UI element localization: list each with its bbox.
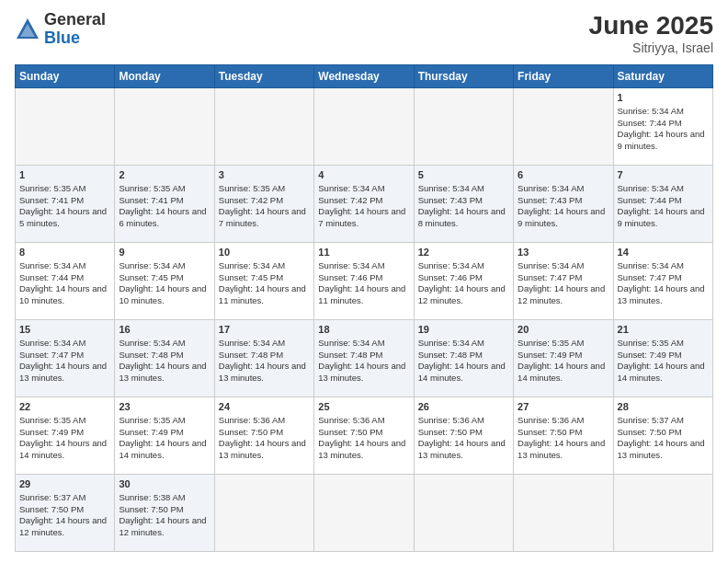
sunrise-text: Sunrise: 5:35 AM bbox=[119, 415, 185, 425]
day-number: 7 bbox=[618, 168, 709, 182]
day-number: 6 bbox=[518, 168, 609, 182]
sunrise-text: Sunrise: 5:34 AM bbox=[518, 183, 584, 193]
sunrise-text: Sunrise: 5:36 AM bbox=[318, 415, 384, 425]
calendar-cell: 2Sunrise: 5:35 AMSunset: 7:41 PMDaylight… bbox=[115, 166, 214, 243]
daylight-text: Daylight: 14 hours and 12 minutes. bbox=[418, 283, 506, 305]
calendar-cell: 18Sunrise: 5:34 AMSunset: 7:48 PMDayligh… bbox=[314, 320, 414, 397]
calendar-table: SundayMondayTuesdayWednesdayThursdayFrid… bbox=[15, 64, 713, 552]
day-number: 20 bbox=[518, 323, 609, 337]
calendar-cell: 22Sunrise: 5:35 AMSunset: 7:49 PMDayligh… bbox=[16, 397, 115, 475]
calendar-cell: 15Sunrise: 5:34 AMSunset: 7:47 PMDayligh… bbox=[16, 320, 115, 397]
sunrise-text: Sunrise: 5:34 AM bbox=[618, 183, 684, 193]
sunset-text: Sunset: 7:45 PM bbox=[219, 272, 283, 282]
calendar-cell bbox=[414, 88, 513, 166]
header: General Blue June 2025 Sitriyya, Israel bbox=[15, 11, 713, 55]
daylight-text: Daylight: 14 hours and 11 minutes. bbox=[318, 283, 405, 305]
calendar-cell: 9Sunrise: 5:34 AMSunset: 7:45 PMDaylight… bbox=[115, 243, 214, 320]
day-number: 9 bbox=[119, 246, 210, 259]
daylight-text: Daylight: 14 hours and 12 minutes. bbox=[518, 283, 605, 305]
day-number: 28 bbox=[618, 400, 709, 414]
sunset-text: Sunset: 7:47 PM bbox=[618, 272, 682, 282]
day-number: 15 bbox=[19, 323, 110, 337]
calendar-cell: 3Sunrise: 5:35 AMSunset: 7:42 PMDaylight… bbox=[214, 166, 313, 243]
calendar-cell bbox=[514, 475, 613, 552]
day-number: 29 bbox=[19, 477, 110, 491]
calendar-cell: 1Sunrise: 5:34 AMSunset: 7:44 PMDaylight… bbox=[613, 88, 712, 166]
sunset-text: Sunset: 7:47 PM bbox=[19, 350, 84, 360]
daylight-text: Daylight: 14 hours and 14 minutes. bbox=[518, 361, 605, 383]
day-header-wednesday: Wednesday bbox=[314, 65, 414, 88]
sunset-text: Sunset: 7:46 PM bbox=[318, 272, 382, 282]
sunrise-text: Sunrise: 5:35 AM bbox=[219, 183, 285, 193]
location: Sitriyya, Israel bbox=[589, 40, 713, 55]
sunset-text: Sunset: 7:50 PM bbox=[219, 427, 283, 437]
sunset-text: Sunset: 7:50 PM bbox=[518, 427, 582, 437]
calendar-cell: 14Sunrise: 5:34 AMSunset: 7:47 PMDayligh… bbox=[613, 243, 712, 320]
day-header-friday: Friday bbox=[514, 65, 613, 88]
calendar-cell: 17Sunrise: 5:34 AMSunset: 7:48 PMDayligh… bbox=[214, 320, 313, 397]
sunset-text: Sunset: 7:49 PM bbox=[19, 427, 84, 437]
calendar-cell: 16Sunrise: 5:34 AMSunset: 7:48 PMDayligh… bbox=[115, 320, 214, 397]
calendar-cell bbox=[314, 88, 414, 166]
sunrise-text: Sunrise: 5:35 AM bbox=[19, 183, 85, 193]
day-number: 30 bbox=[119, 477, 210, 491]
calendar-cell bbox=[613, 475, 712, 552]
calendar-cell: 20Sunrise: 5:35 AMSunset: 7:49 PMDayligh… bbox=[514, 320, 613, 397]
calendar-week-1: 1Sunrise: 5:35 AMSunset: 7:41 PMDaylight… bbox=[16, 166, 713, 243]
logo-blue-text: Blue bbox=[44, 29, 106, 48]
sunrise-text: Sunrise: 5:34 AM bbox=[418, 260, 484, 270]
daylight-text: Daylight: 14 hours and 14 minutes. bbox=[418, 361, 506, 383]
sunset-text: Sunset: 7:45 PM bbox=[119, 272, 183, 282]
logo-general-text: General bbox=[44, 11, 106, 29]
calendar-cell: 11Sunrise: 5:34 AMSunset: 7:46 PMDayligh… bbox=[314, 243, 414, 320]
day-number: 25 bbox=[318, 400, 409, 414]
day-number: 3 bbox=[219, 168, 310, 182]
sunrise-text: Sunrise: 5:35 AM bbox=[618, 338, 684, 348]
day-number: 12 bbox=[418, 246, 509, 259]
sunset-text: Sunset: 7:49 PM bbox=[119, 427, 183, 437]
day-number: 2 bbox=[119, 168, 210, 182]
daylight-text: Daylight: 14 hours and 10 minutes. bbox=[19, 283, 107, 305]
daylight-text: Daylight: 14 hours and 9 minutes. bbox=[618, 129, 705, 151]
calendar-body: 1Sunrise: 5:34 AMSunset: 7:44 PMDaylight… bbox=[16, 88, 713, 552]
calendar-cell: 8Sunrise: 5:34 AMSunset: 7:44 PMDaylight… bbox=[16, 243, 115, 320]
daylight-text: Daylight: 14 hours and 9 minutes. bbox=[618, 206, 705, 228]
calendar-cell bbox=[214, 88, 313, 166]
sunrise-text: Sunrise: 5:35 AM bbox=[518, 338, 584, 348]
calendar-cell bbox=[414, 475, 513, 552]
day-header-sunday: Sunday bbox=[16, 65, 115, 88]
day-number: 22 bbox=[19, 400, 110, 414]
calendar-cell bbox=[214, 475, 313, 552]
calendar-cell: 6Sunrise: 5:34 AMSunset: 7:43 PMDaylight… bbox=[514, 166, 613, 243]
sunrise-text: Sunrise: 5:34 AM bbox=[219, 260, 285, 270]
daylight-text: Daylight: 14 hours and 13 minutes. bbox=[518, 438, 605, 460]
logo-text: General Blue bbox=[44, 11, 106, 48]
title-block: June 2025 Sitriyya, Israel bbox=[589, 11, 713, 55]
sunrise-text: Sunrise: 5:34 AM bbox=[318, 260, 384, 270]
sunrise-text: Sunrise: 5:35 AM bbox=[119, 183, 185, 193]
sunrise-text: Sunrise: 5:34 AM bbox=[119, 260, 185, 270]
calendar-cell: 7Sunrise: 5:34 AMSunset: 7:44 PMDaylight… bbox=[613, 166, 712, 243]
daylight-text: Daylight: 14 hours and 13 minutes. bbox=[19, 361, 107, 383]
day-number: 1 bbox=[618, 91, 709, 105]
daylight-text: Daylight: 14 hours and 13 minutes. bbox=[418, 438, 506, 460]
sunset-text: Sunset: 7:47 PM bbox=[518, 272, 582, 282]
calendar-cell bbox=[314, 475, 414, 552]
calendar-cell: 1Sunrise: 5:35 AMSunset: 7:41 PMDaylight… bbox=[16, 166, 115, 243]
sunset-text: Sunset: 7:42 PM bbox=[219, 195, 283, 205]
day-number: 27 bbox=[518, 400, 609, 414]
calendar-cell: 5Sunrise: 5:34 AMSunset: 7:43 PMDaylight… bbox=[414, 166, 513, 243]
sunrise-text: Sunrise: 5:34 AM bbox=[219, 338, 285, 348]
calendar-week-0: 1Sunrise: 5:34 AMSunset: 7:44 PMDaylight… bbox=[16, 88, 713, 166]
sunrise-text: Sunrise: 5:37 AM bbox=[19, 492, 85, 502]
calendar-cell bbox=[115, 88, 214, 166]
page: General Blue June 2025 Sitriyya, Israel … bbox=[0, 0, 728, 563]
daylight-text: Daylight: 14 hours and 13 minutes. bbox=[119, 361, 206, 383]
sunset-text: Sunset: 7:49 PM bbox=[618, 350, 682, 360]
sunrise-text: Sunrise: 5:34 AM bbox=[318, 338, 384, 348]
sunrise-text: Sunrise: 5:34 AM bbox=[418, 338, 484, 348]
sunrise-text: Sunrise: 5:34 AM bbox=[418, 183, 484, 193]
daylight-text: Daylight: 14 hours and 14 minutes. bbox=[618, 361, 705, 383]
calendar-cell: 24Sunrise: 5:36 AMSunset: 7:50 PMDayligh… bbox=[214, 397, 313, 475]
calendar-cell: 26Sunrise: 5:36 AMSunset: 7:50 PMDayligh… bbox=[414, 397, 513, 475]
